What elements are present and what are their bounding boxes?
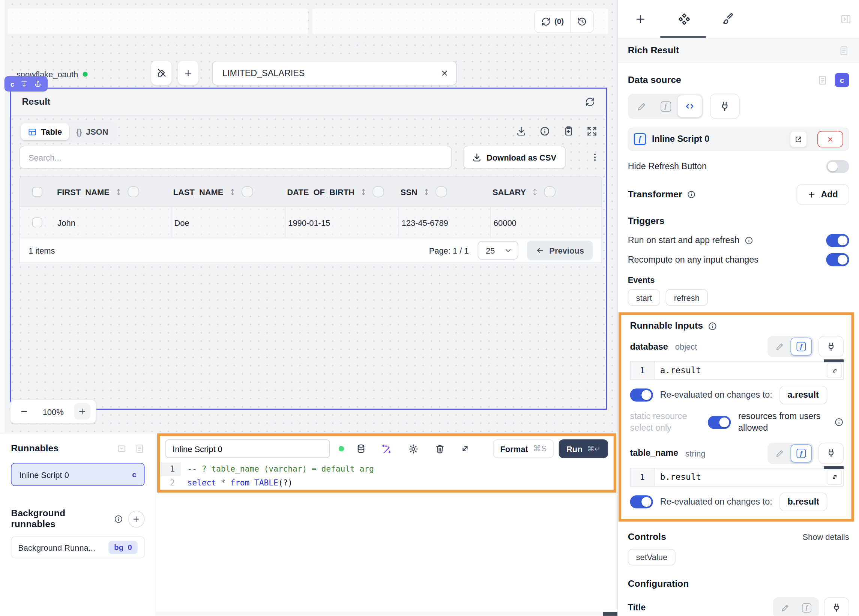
add-table-button[interactable]: [178, 61, 198, 85]
expand-expression-button[interactable]: [827, 363, 842, 378]
copy-to-clipboard-button[interactable]: [563, 126, 573, 136]
eval-expression-button[interactable]: f: [790, 338, 812, 356]
runnable-item-inline-script-0[interactable]: Inline Script 0 c: [11, 463, 144, 486]
column-checkbox[interactable]: [372, 186, 384, 197]
connect-input-button[interactable]: [818, 336, 843, 357]
sort-icon[interactable]: [531, 188, 539, 196]
detach-schema-button[interactable]: [151, 61, 172, 85]
row-checkbox[interactable]: [32, 217, 42, 227]
zoom-out-button[interactable]: [16, 403, 32, 420]
control-chip-setvalue[interactable]: setValue: [628, 549, 676, 565]
sort-icon[interactable]: [422, 188, 431, 196]
connect-input-button[interactable]: [824, 597, 849, 616]
remove-script-button[interactable]: [817, 131, 843, 147]
data-source-component-badge[interactable]: c: [835, 73, 849, 87]
eval-expression-button[interactable]: f: [790, 444, 812, 462]
info-icon[interactable]: [687, 190, 696, 199]
show-details-link[interactable]: Show details: [802, 532, 849, 541]
resources-from-users-toggle[interactable]: [708, 416, 730, 429]
run-on-start-toggle[interactable]: [826, 234, 849, 247]
tab-table[interactable]: Table: [20, 124, 69, 140]
reeval-dependency-chip[interactable]: b.result: [779, 492, 828, 511]
static-value-button[interactable]: [629, 95, 653, 117]
reeval-toggle-database[interactable]: [630, 388, 653, 402]
info-icon[interactable]: [114, 514, 123, 524]
table-select-input[interactable]: [222, 68, 440, 78]
page-size-select[interactable]: 25: [478, 241, 518, 260]
data-source-docs-icon[interactable]: [817, 75, 828, 85]
event-chip-start[interactable]: start: [628, 289, 660, 306]
download-button[interactable]: [516, 126, 527, 136]
info-button[interactable]: [540, 126, 550, 136]
expression-value[interactable]: a.result: [654, 362, 827, 379]
reeval-toggle-table-name[interactable]: [630, 495, 653, 508]
connect-input-button[interactable]: [818, 442, 843, 464]
reeval-dependency-chip[interactable]: a.result: [779, 386, 827, 404]
expression-value[interactable]: b.result: [654, 468, 827, 486]
rich-result-component[interactable]: Result Table {} JSON: [10, 88, 607, 410]
column-checkbox[interactable]: [436, 186, 447, 197]
template-button[interactable]: f: [653, 95, 678, 117]
sort-icon[interactable]: [114, 188, 123, 196]
search-input[interactable]: [19, 145, 452, 169]
sort-icon[interactable]: [359, 188, 368, 196]
connect-input-button[interactable]: [710, 94, 740, 119]
tab-insert-component[interactable]: [634, 13, 646, 25]
column-checkbox[interactable]: [128, 186, 139, 197]
static-value-button[interactable]: [769, 338, 790, 356]
column-header[interactable]: SSN: [398, 186, 490, 197]
result-refresh-button[interactable]: [585, 97, 595, 107]
table-select[interactable]: [212, 61, 457, 86]
tab-styling[interactable]: [722, 13, 734, 25]
download-csv-button[interactable]: Download as CSV: [463, 145, 566, 169]
fullscreen-button[interactable]: [587, 126, 597, 136]
eval-expression-button[interactable]: [678, 95, 702, 117]
sql-code-editor[interactable]: 1 -- ? table_name (varchar) = default ar…: [160, 463, 613, 490]
linked-script-row[interactable]: f Inline Script 0: [628, 128, 849, 150]
column-header[interactable]: SALARY: [490, 186, 603, 197]
run-button[interactable]: Run ⌘↵: [559, 439, 608, 458]
script-name-input[interactable]: [166, 439, 330, 458]
refresh-count-button[interactable]: (0): [534, 11, 570, 32]
hide-refresh-toggle[interactable]: [826, 160, 849, 173]
expand-editor-button[interactable]: [460, 444, 470, 453]
sort-icon[interactable]: [228, 188, 237, 196]
collapse-inspector-button[interactable]: [840, 14, 851, 24]
zoom-in-button[interactable]: [74, 403, 91, 420]
format-button[interactable]: Format ⌘S: [493, 439, 554, 458]
info-icon[interactable]: [744, 236, 753, 245]
table-row[interactable]: John Doe 1990-01-15 123-45-6789 60000: [19, 207, 602, 238]
column-header[interactable]: DATE_OF_BIRTH: [285, 186, 398, 197]
static-value-button[interactable]: [769, 444, 790, 462]
static-value-button[interactable]: [775, 599, 796, 616]
select-all-checkbox[interactable]: [32, 187, 42, 197]
clear-selection-icon[interactable]: [440, 69, 449, 77]
expression-editor-table-name[interactable]: 1 b.result: [630, 468, 844, 486]
add-background-runnable-button[interactable]: [128, 510, 145, 527]
history-button[interactable]: [571, 11, 593, 32]
settings-button[interactable]: [408, 443, 419, 454]
column-checkbox[interactable]: [242, 186, 253, 197]
placeholder-component-1[interactable]: [8, 9, 308, 34]
database-button[interactable]: [356, 444, 366, 453]
info-icon[interactable]: [834, 417, 843, 427]
editor-scrollbar[interactable]: [156, 612, 617, 616]
anchor-icon[interactable]: [34, 80, 42, 88]
column-header[interactable]: FIRST_NAME: [55, 186, 171, 197]
info-icon[interactable]: [708, 322, 717, 331]
recompute-toggle[interactable]: [826, 253, 849, 266]
move-down-icon[interactable]: [20, 80, 28, 88]
collapse-panel-button[interactable]: [117, 444, 127, 453]
code-line[interactable]: 2 select * from TABLE(?): [160, 476, 613, 490]
component-docs-button[interactable]: [839, 45, 849, 56]
previous-page-button[interactable]: Previous: [527, 241, 593, 260]
more-options-button[interactable]: [590, 152, 600, 162]
docs-button[interactable]: [135, 444, 144, 453]
add-transformer-button[interactable]: Add: [797, 184, 849, 205]
code-line[interactable]: 1 -- ? table_name (varchar) = default ar…: [160, 463, 613, 477]
column-header[interactable]: LAST_NAME: [171, 186, 285, 197]
expand-expression-button[interactable]: [827, 469, 842, 485]
event-chip-refresh[interactable]: refresh: [666, 289, 708, 306]
app-canvas[interactable]: (0) snowflake_oauth c: [0, 0, 617, 433]
tab-json[interactable]: {} JSON: [69, 124, 115, 140]
